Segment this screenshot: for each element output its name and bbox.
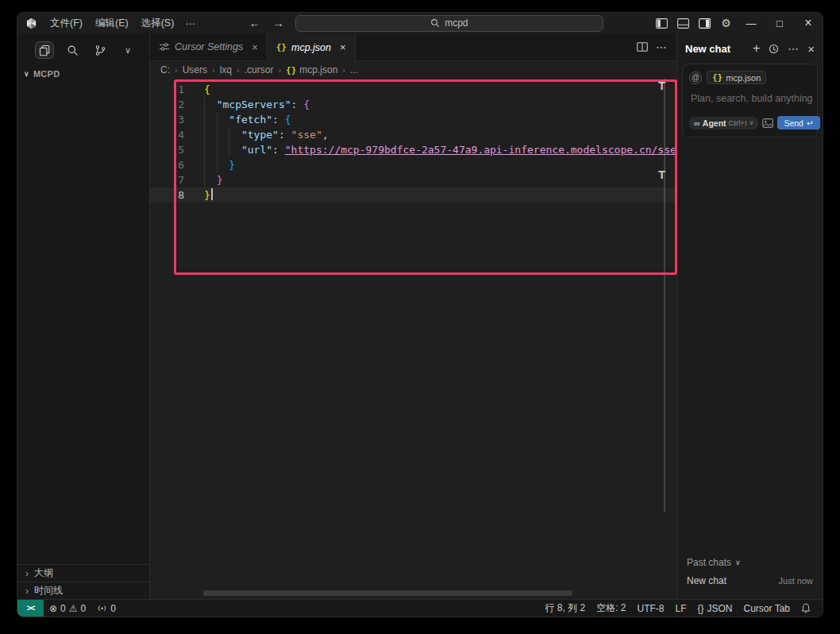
activity-bar: ∨ [17,33,149,64]
json-file-icon: {} [712,72,722,83]
encoding-indicator[interactable]: UTF-8 [631,600,669,617]
chat-input[interactable]: Plan, search, build anything [691,93,809,104]
broadcast-icon [97,604,107,613]
toggle-primary-sidebar-icon[interactable] [651,14,672,32]
breadcrumb-item[interactable]: lxq [220,64,232,75]
add-context-icon[interactable]: @ [689,72,702,84]
source-control-icon[interactable] [91,41,110,59]
cursor-position-indicator[interactable]: 行 8, 列 2 [539,600,591,617]
editor-tabs: Cursor Settings × {} mcp.json × ⋯ [150,33,676,61]
remote-indicator[interactable]: >< [17,600,44,617]
breadcrumb-item[interactable]: C: [160,64,170,75]
past-chat-time: Just now [779,576,813,586]
code-line-8[interactable]: 8} [150,187,676,203]
braces-icon: {} [697,603,703,614]
close-tab-icon[interactable]: × [340,41,346,53]
toggle-secondary-sidebar-icon[interactable] [694,14,715,32]
explorer-section-header[interactable]: ∨ MCPD [17,64,149,83]
code-line-3[interactable]: 3 "fetch": { [150,112,676,127]
go-forward-icon[interactable]: → [273,17,284,29]
command-center-search[interactable]: mcpd [295,15,603,32]
code-line-7[interactable]: 7 } [150,172,676,187]
close-tab-icon[interactable]: × [252,41,258,53]
settings-sliders-icon [159,42,170,52]
timeline-section-header[interactable]: › 时间线 [17,582,149,599]
cursor-tab-indicator[interactable]: Cursor Tab [738,600,796,617]
search-query-text: mcpd [445,17,468,29]
ports-count: 0 [110,603,116,614]
code-line-5[interactable]: 5 "url": "https://mcp-979bdfce-2a57-47a9… [150,142,676,157]
tab-label: mcp.json [291,42,331,53]
tab-mcp-json[interactable]: {} mcp.json × [268,33,356,61]
go-back-icon[interactable]: ← [249,17,260,29]
breadcrumb-item[interactable]: Users [183,64,207,75]
code-lines: 1{2 "mcpServers": {3 "fetch": {4 "type":… [150,82,676,203]
workbench: ∨ ∨ MCPD › 大纲 › 时间线 [17,33,823,599]
past-chat-item[interactable]: New chat Just now [687,575,813,586]
warning-icon: ⚠ [69,603,78,614]
agent-mode-dropdown[interactable]: ∞ Agent Ctrl+I ∨ [689,117,758,130]
horizontal-scrollbar[interactable] [203,590,572,596]
code-line-2[interactable]: 2 "mcpServers": { [150,97,676,112]
cursor-window: 文件(F) 编辑(E) 选择(S) ⋯ ← → mcpd [17,12,823,617]
enter-key-icon: ↵ [807,118,814,128]
context-chip-mcp-json[interactable]: {} mcp.json [707,71,766,84]
annotation-text-mark: T [658,79,665,92]
text-cursor [211,188,213,200]
tab-label: Cursor Settings [175,41,243,52]
chat-controls-row: ∞ Agent Ctrl+I ∨ Send ↵ [689,116,811,130]
settings-gear-icon[interactable]: ⚙ [715,14,737,32]
search-view-icon[interactable] [63,41,82,59]
breadcrumb-item[interactable]: .cursor [245,64,274,75]
tab-cursor-settings[interactable]: Cursor Settings × [150,33,268,61]
outline-section-header[interactable]: › 大纲 [17,564,149,582]
past-chats-toggle[interactable]: Past chats ∨ [687,557,813,568]
explorer-icon[interactable] [35,41,54,59]
notifications-bell-icon[interactable] [796,600,816,617]
new-chat-plus-icon[interactable]: + [753,41,760,56]
code-line-6[interactable]: 6 } [150,157,676,172]
chevron-right-icon: › [212,65,215,75]
indentation-indicator[interactable]: 空格: 2 [591,600,631,617]
menu-edit[interactable]: 编辑(E) [89,14,135,33]
menu-more-icon[interactable]: ⋯ [180,15,200,32]
menu-file[interactable]: 文件(F) [44,14,89,33]
chat-more-actions-icon[interactable]: ⋯ [788,42,799,55]
eol-indicator[interactable]: LF [669,600,692,617]
cursor-logo-icon [25,17,37,29]
chevron-right-icon: › [25,568,29,579]
tabbar-actions: ⋯ [356,33,676,61]
chat-title: New chat [685,43,730,55]
chevron-down-icon: ∨ [735,559,741,566]
language-mode-indicator[interactable]: {} JSON [692,600,738,617]
close-button[interactable]: × [794,13,823,33]
chat-header: New chat + ⋯ × [677,33,823,64]
editor-more-actions-icon[interactable]: ⋯ [656,41,667,53]
json-file-icon: {} [276,42,287,52]
problems-indicator[interactable]: ⊗ 0 ⚠ 0 [44,600,91,617]
error-icon: ⊗ [49,603,57,614]
minimize-button[interactable]: — [737,13,765,33]
more-views-chevron-icon[interactable]: ∨ [118,41,137,59]
menu-selection[interactable]: 选择(S) [135,14,181,33]
ports-indicator[interactable]: 0 [91,600,121,617]
warning-count: 0 [81,603,87,614]
code-editor[interactable]: 1{2 "mcpServers": {3 "fetch": {4 "type":… [150,79,676,599]
split-editor-icon[interactable] [637,42,648,52]
breadcrumb-item[interactable]: ... [350,64,358,75]
send-button[interactable]: Send ↵ [777,116,819,130]
chevron-right-icon: › [175,65,178,75]
code-line-4[interactable]: 4 "type": "sse", [150,127,676,142]
json-file-icon: {} [286,65,296,75]
attach-image-icon[interactable] [762,118,773,128]
code-line-1[interactable]: 1{ [150,82,676,97]
maximize-button[interactable]: □ [765,13,794,33]
sidebar-bottom-sections: › 大纲 › 时间线 [17,564,149,599]
breadcrumb-item-file[interactable]: {} mcp.json [286,64,337,75]
chat-history-icon[interactable] [769,44,779,54]
infinity-icon: ∞ [694,118,700,128]
annotation-text-mark: T [658,168,665,181]
chat-input-card: @ {} mcp.json Plan, search, build anythi… [682,64,818,137]
toggle-panel-icon[interactable] [672,14,694,32]
close-chat-icon[interactable]: × [807,42,815,56]
